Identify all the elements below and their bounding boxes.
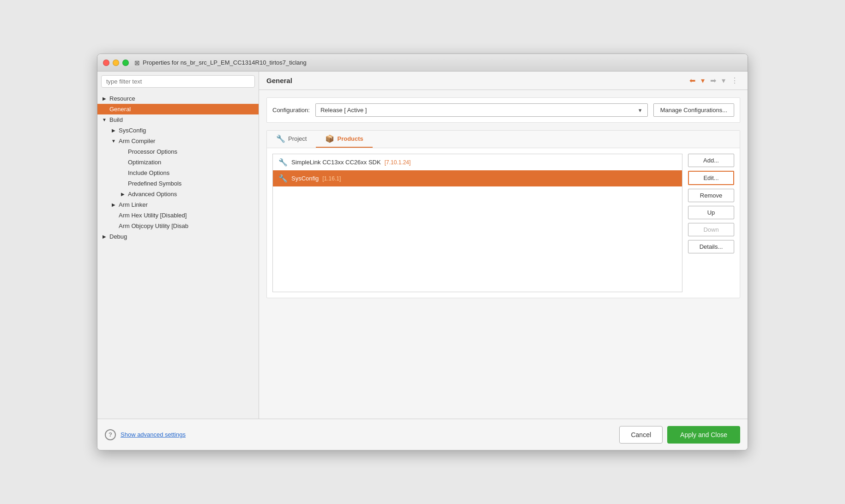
help-icon[interactable]: ? — [105, 429, 116, 440]
back-dropdown-button[interactable]: ▾ — [699, 75, 706, 86]
sidebar-item-debug[interactable]: Debug — [97, 231, 259, 242]
dropdown-arrow-icon: ▼ — [638, 108, 643, 113]
bottom-left: ? Show advanced settings — [105, 429, 186, 440]
sidebar-item-label-general: General — [109, 106, 131, 113]
project-tab-label: Project — [288, 135, 307, 142]
arm-compiler-arrow-icon — [110, 138, 117, 144]
sidebar-item-label-arm-hex-utility: Arm Hex Utility [Disabled] — [119, 212, 187, 219]
build-arrow-icon — [101, 117, 108, 123]
products-tab-label: Products — [337, 135, 363, 142]
bottom-bar: ? Show advanced settings Cancel Apply an… — [97, 419, 748, 450]
advanced-options-arrow-icon — [120, 191, 126, 198]
sidebar-item-label-debug: Debug — [109, 233, 127, 240]
sidebar-item-predefined-symbols[interactable]: Predefined Symbols — [97, 178, 259, 189]
back-button[interactable]: ⬅ — [688, 75, 697, 86]
sysconfig-arrow-icon — [110, 127, 117, 134]
sidebar-item-label-resource: Resource — [109, 95, 135, 102]
sidebar-item-label-predefined-symbols: Predefined Symbols — [128, 180, 181, 187]
tab-project[interactable]: 🔧 Project — [267, 131, 316, 148]
panel-body: Configuration: Release [ Active ] ▼ Mana… — [259, 90, 748, 419]
product-icon-simplelink-sdk: 🔧 — [278, 158, 288, 167]
products-buttons: Add...Edit...RemoveUpDownDetails... — [688, 154, 734, 292]
sidebar-item-label-include-options: Include Options — [128, 169, 169, 176]
sidebar-item-arm-compiler[interactable]: Arm Compiler — [97, 136, 259, 146]
product-name-simplelink-sdk: SimpleLink CC13xx CC26xx SDK — [291, 159, 381, 166]
title-icon: ⊠ — [134, 59, 140, 66]
debug-arrow-icon — [101, 234, 108, 240]
sidebar-item-arm-linker[interactable]: Arm Linker — [97, 199, 259, 210]
product-item-sysconfig[interactable]: 🔧SysConfig[1.16.1] — [273, 170, 682, 186]
products-tab-icon: 📦 — [325, 134, 334, 143]
sidebar: ResourceGeneralBuildSysConfigArm Compile… — [97, 72, 259, 419]
sidebar-item-label-sysconfig: SysConfig — [119, 127, 146, 134]
sidebar-item-processor-options[interactable]: Processor Options — [97, 146, 259, 157]
sidebar-item-resource[interactable]: Resource — [97, 93, 259, 104]
remove-product-button[interactable]: Remove — [688, 189, 734, 202]
product-version-sysconfig: [1.16.1] — [322, 175, 341, 182]
product-item-simplelink-sdk[interactable]: 🔧SimpleLink CC13xx CC26xx SDK[7.10.1.24] — [273, 154, 682, 170]
maximize-button[interactable] — [122, 60, 129, 66]
arm-linker-arrow-icon — [110, 202, 117, 208]
properties-dialog: ⊠ Properties for ns_br_src_LP_EM_CC1314R… — [97, 54, 748, 450]
minimize-button[interactable] — [113, 60, 119, 66]
details-product-button[interactable]: Details... — [688, 240, 734, 253]
cancel-button[interactable]: Cancel — [619, 426, 663, 444]
up-product-button[interactable]: Up — [688, 206, 734, 219]
sidebar-item-build[interactable]: Build — [97, 114, 259, 125]
sidebar-item-label-arm-compiler: Arm Compiler — [119, 138, 155, 144]
sidebar-item-label-processor-options: Processor Options — [128, 148, 177, 155]
panel-title: General — [266, 77, 292, 84]
sidebar-item-arm-objcopy-utility[interactable]: Arm Objcopy Utility [Disab — [97, 221, 259, 231]
sidebar-item-label-build: Build — [109, 116, 123, 123]
close-button[interactable] — [103, 60, 109, 66]
configuration-dropdown[interactable]: Release [ Active ] ▼ — [315, 103, 648, 117]
titlebar: ⊠ Properties for ns_br_src_LP_EM_CC1314R… — [97, 54, 748, 72]
main-content: ResourceGeneralBuildSysConfigArm Compile… — [97, 72, 748, 419]
products-area: 🔧SimpleLink CC13xx CC26xx SDK[7.10.1.24]… — [267, 148, 740, 298]
window-title: Properties for ns_br_src_LP_EM_CC1314R10… — [143, 59, 307, 66]
config-row: Configuration: Release [ Active ] ▼ Mana… — [266, 97, 740, 123]
product-icon-sysconfig: 🔧 — [278, 174, 288, 183]
sidebar-item-sysconfig[interactable]: SysConfig — [97, 125, 259, 136]
more-options-button[interactable]: ⋮ — [729, 75, 740, 86]
tab-products[interactable]: 📦 Products — [316, 131, 372, 148]
bottom-right: Cancel Apply and Close — [619, 426, 740, 444]
sidebar-item-label-advanced-options: Advanced Options — [128, 191, 177, 198]
sidebar-item-label-optimization: Optimization — [128, 159, 161, 166]
show-advanced-settings-link[interactable]: Show advanced settings — [121, 431, 186, 438]
config-label: Configuration: — [272, 107, 310, 114]
apply-and-close-button[interactable]: Apply and Close — [667, 426, 740, 444]
project-tab-icon: 🔧 — [276, 134, 285, 143]
forward-button[interactable]: ➡ — [708, 75, 718, 86]
sidebar-item-optimization[interactable]: Optimization — [97, 157, 259, 168]
traffic-lights — [103, 60, 129, 66]
add-product-button[interactable]: Add... — [688, 154, 734, 167]
panel-header: General ⬅ ▾ ➡ ▾ ⋮ — [259, 72, 748, 90]
sidebar-item-label-arm-objcopy-utility: Arm Objcopy Utility [Disab — [119, 222, 188, 229]
sidebar-item-general[interactable]: General — [97, 104, 259, 114]
panel-header-actions: ⬅ ▾ ➡ ▾ ⋮ — [688, 75, 740, 86]
sidebar-item-include-options[interactable]: Include Options — [97, 168, 259, 178]
product-version-simplelink-sdk: [7.10.1.24] — [385, 159, 411, 166]
edit-product-button[interactable]: Edit... — [688, 171, 734, 185]
sidebar-item-advanced-options[interactable]: Advanced Options — [97, 189, 259, 199]
products-list: 🔧SimpleLink CC13xx CC26xx SDK[7.10.1.24]… — [272, 154, 682, 292]
manage-configurations-button[interactable]: Manage Configurations... — [653, 103, 734, 117]
product-name-sysconfig: SysConfig — [291, 175, 319, 182]
right-panel: General ⬅ ▾ ➡ ▾ ⋮ Configuration: Release… — [259, 72, 748, 419]
down-product-button: Down — [688, 223, 734, 236]
search-input[interactable] — [101, 75, 255, 88]
tree-container: ResourceGeneralBuildSysConfigArm Compile… — [97, 91, 259, 419]
configuration-value: Release [ Active ] — [320, 107, 367, 114]
resource-arrow-icon — [101, 96, 108, 102]
tabs-header: 🔧 Project 📦 Products — [267, 131, 740, 148]
forward-dropdown-button[interactable]: ▾ — [720, 75, 727, 86]
tabs-section: 🔧 Project 📦 Products 🔧SimpleLink CC13xx … — [266, 130, 740, 298]
sidebar-item-label-arm-linker: Arm Linker — [119, 201, 148, 208]
sidebar-item-arm-hex-utility[interactable]: Arm Hex Utility [Disabled] — [97, 210, 259, 221]
